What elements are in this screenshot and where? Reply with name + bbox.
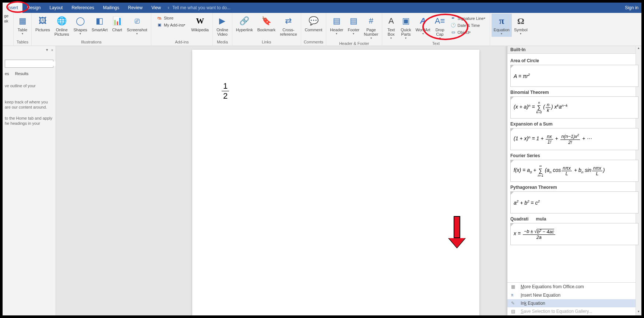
tell-me-search[interactable]: ♀ Tell me what you want to do...: [167, 5, 230, 10]
header-button[interactable]: ▤Header: [328, 14, 345, 37]
group-pages-partial: ge ak: [3, 13, 14, 46]
myaddins-button[interactable]: ▣My Add-ins: [155, 22, 187, 28]
break-button-partial[interactable]: ak: [4, 19, 8, 23]
gallery-item-quadratic[interactable]: x = −b ± √b2 − 4ac2a: [510, 223, 638, 245]
office-icon: ▦: [511, 284, 517, 289]
signature-button[interactable]: ✒Signature Line: [449, 15, 487, 21]
group-text: ATextBox ▣QuickParts AWordArt A≡DropCap …: [382, 13, 490, 46]
save-icon: ▤: [511, 309, 517, 314]
group-label-headerfooter: Header & Footer: [328, 41, 380, 46]
tab-review[interactable]: Review: [124, 3, 147, 13]
gallery-item-area-circle[interactable]: A = πr2: [510, 65, 638, 87]
pictures-icon: 🖼: [39, 15, 47, 27]
header-icon: ▤: [333, 15, 341, 27]
store-button[interactable]: 🛍Store: [155, 15, 187, 21]
dropcap-button[interactable]: A≡DropCap: [433, 14, 447, 41]
page-button-partial[interactable]: ge: [4, 14, 8, 18]
table-icon: ▦: [19, 15, 27, 27]
gallery-item-pythagorean[interactable]: a2 + b2 = c2: [510, 191, 638, 213]
gallery-cat-expansion: Expansion of a Sum: [510, 121, 638, 127]
group-addins: 🛍Store ▣My Add-ins WWikipedia Add-ins: [151, 13, 213, 46]
crossref-icon: ⇄: [285, 15, 292, 27]
save-selection-equation: ▤Save Selection to Equation Gallery...: [507, 307, 641, 315]
wikipedia-icon: W: [196, 15, 204, 27]
gallery-item-expansion[interactable]: (1 + x)n = 1 + nx1! + n(n−1)x22! + ⋯: [510, 128, 638, 150]
screenshot-icon: ⎚: [135, 15, 140, 27]
comment-icon: 💬: [309, 15, 319, 27]
more-equations-link[interactable]: ▦More Equations from Office.com▸: [507, 283, 641, 291]
datetime-button[interactable]: 🕐Date & Time: [449, 22, 487, 28]
equation-icon: π: [499, 15, 504, 27]
equation-denominator: 2: [222, 91, 229, 101]
symbol-button[interactable]: ΩSymbol: [512, 14, 530, 37]
gallery-header: Built-In: [507, 46, 641, 54]
nav-tab-results[interactable]: Results: [15, 71, 29, 76]
online-pictures-icon: 🌐: [57, 15, 67, 27]
footer-button[interactable]: ▤Footer: [345, 14, 362, 37]
pagenumber-button[interactable]: #PageNumber: [362, 14, 380, 41]
ribbon-tabbar: Insert Design Layout References Mailings…: [3, 3, 641, 13]
ribbon: ge ak ▦ Table Tables 🖼Pictures 🌐OnlinePi…: [3, 13, 641, 46]
nav-hint-1: ve outline of your: [5, 83, 53, 88]
nav-close-button[interactable]: ×: [51, 48, 53, 52]
hyperlink-button[interactable]: 🔗Hyperlink: [234, 14, 255, 33]
gallery-item-binomial[interactable]: (x + a)n = n∑k=0 (nk) xkan−k: [510, 96, 638, 119]
datetime-icon: 🕐: [450, 23, 456, 28]
wordart-icon: A: [420, 15, 426, 27]
nav-hint-2: keep track of where you are our content …: [5, 99, 53, 110]
symbol-icon: Ω: [517, 15, 524, 27]
sign-in-link[interactable]: Sign in: [625, 5, 638, 10]
quickparts-button[interactable]: ▣QuickParts: [398, 14, 413, 41]
wordart-button[interactable]: AWordArt: [413, 14, 432, 37]
gallery-cat-binom: Binomial Theorem: [510, 90, 638, 95]
equation-gallery: ▴▾ Built-In Area of Circle A = πr2 Binom…: [507, 46, 641, 315]
gallery-cat-fourier: Fourier Series: [510, 153, 638, 158]
equation-button[interactable]: πEquation: [492, 14, 512, 37]
shapes-icon: ◯: [76, 15, 85, 27]
tab-view[interactable]: View: [147, 3, 165, 13]
shapes-button[interactable]: ◯Shapes: [71, 14, 89, 37]
document-page[interactable]: 1 2: [192, 50, 479, 315]
insert-new-equation[interactable]: πInsert New Equation: [507, 291, 641, 299]
chart-button[interactable]: 📊Chart: [110, 14, 124, 33]
group-headerfooter: ▤Header ▤Footer #PageNumber Header & Foo…: [326, 13, 382, 46]
wikipedia-button[interactable]: WWikipedia: [189, 14, 211, 33]
nav-search-input[interactable]: [5, 61, 56, 66]
group-links: 🔗Hyperlink 🔖Bookmark ⇄Cross-reference Li…: [232, 13, 301, 46]
online-video-button[interactable]: ▶OnlineVideo: [214, 14, 230, 38]
tell-me-placeholder: Tell me what you want to do...: [172, 5, 230, 10]
group-symbols: πEquation ΩSymbol: [490, 13, 531, 46]
nav-dropdown[interactable]: ▾: [46, 47, 48, 52]
work-area: ▾ × 🔍 ▾ es Results ve outline of your ke…: [3, 46, 641, 315]
pictures-button[interactable]: 🖼Pictures: [33, 14, 52, 33]
comment-button[interactable]: 💬Comment: [303, 14, 325, 33]
online-pictures-button[interactable]: 🌐OnlinePictures: [52, 14, 71, 38]
object-button[interactable]: ▭Object: [449, 29, 487, 35]
crossref-button[interactable]: ⇄Cross-reference: [278, 14, 299, 38]
ink-equation[interactable]: ✎Ink Equation: [507, 299, 641, 307]
bookmark-button[interactable]: 🔖Bookmark: [255, 14, 278, 33]
gallery-cat-quad: Quadrati mula: [510, 216, 638, 222]
tab-insert[interactable]: Insert: [3, 3, 22, 13]
gallery-item-fourier[interactable]: f(x) = a0 + ∞∑n=1 (an cosnπxL + bn sinnπ…: [510, 160, 638, 182]
gallery-body: Area of Circle A = πr2 Binomial Theorem …: [507, 54, 641, 282]
group-comments: 💬Comment Comments: [301, 13, 327, 46]
ink-icon: ✎: [511, 301, 517, 306]
document-area[interactable]: 1 2 ▴▾ Built-In Area of Circle A = πr2 B…: [56, 46, 641, 315]
screenshot-button[interactable]: ⎚Screenshot: [124, 14, 149, 37]
textbox-button[interactable]: ATextBox: [384, 14, 398, 41]
table-button[interactable]: ▦ Table: [15, 14, 30, 37]
nav-tab-headings[interactable]: es: [5, 71, 9, 76]
group-illustrations: 🖼Pictures 🌐OnlinePictures ◯Shapes ◧Smart…: [32, 13, 151, 46]
tab-layout[interactable]: Layout: [45, 3, 67, 13]
footer-icon: ▤: [350, 15, 358, 27]
hyperlink-icon: 🔗: [239, 15, 249, 27]
equation-object[interactable]: 1 2: [222, 81, 229, 101]
nav-search-box[interactable]: 🔍 ▾: [5, 60, 53, 68]
tab-references[interactable]: References: [67, 3, 98, 13]
bookmark-icon: 🔖: [261, 15, 271, 27]
textbox-icon: A: [388, 15, 394, 27]
tab-mailings[interactable]: Mailings: [99, 3, 124, 13]
tab-design[interactable]: Design: [22, 3, 45, 13]
smartart-button[interactable]: ◧SmartArt: [89, 14, 110, 33]
